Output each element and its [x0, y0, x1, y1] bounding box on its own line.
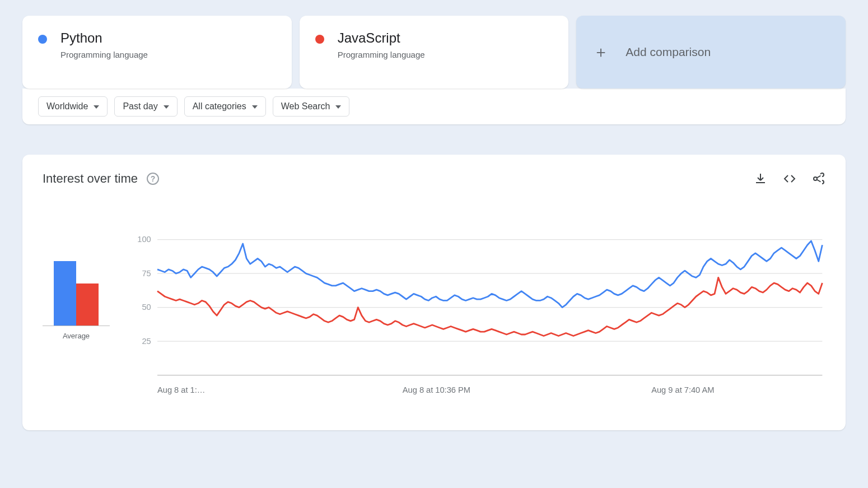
interest-over-time-panel: Interest over time ? Average	[22, 155, 846, 430]
share-button[interactable]	[812, 172, 825, 185]
comparison-subtitle: Programming language	[338, 50, 425, 59]
svg-text:Aug 8 at 1:…: Aug 8 at 1:…	[157, 385, 205, 394]
svg-text:75: 75	[142, 269, 151, 278]
chevron-down-icon	[164, 105, 169, 109]
chevron-down-icon	[252, 105, 258, 109]
embed-button[interactable]	[783, 172, 796, 185]
panel-header: Interest over time ?	[43, 171, 825, 186]
average-bar	[54, 261, 76, 326]
comparison-card[interactable]: JavaScript Programming language	[300, 16, 569, 89]
chip-label: All categories	[193, 101, 246, 111]
series-color-dot	[315, 35, 324, 44]
chip-label: Worldwide	[46, 101, 88, 111]
download-button[interactable]	[754, 172, 767, 185]
help-icon[interactable]: ?	[147, 173, 159, 185]
plus-icon: ＋	[592, 44, 612, 60]
chip-label: Web Search	[281, 101, 330, 111]
search-type-filter[interactable]: Web Search	[273, 96, 350, 117]
average-label: Average	[63, 332, 90, 340]
comparison-term: JavaScript	[338, 30, 425, 47]
chevron-down-icon	[335, 105, 341, 109]
average-column: Average	[43, 236, 110, 402]
line-chart: 255075100Aug 8 at 1:…Aug 8 at 10:36 PMAu…	[132, 236, 825, 402]
series-color-dot	[38, 35, 47, 44]
category-filter[interactable]: All categories	[184, 96, 266, 117]
share-icon	[812, 172, 825, 185]
comparison-term: Python	[60, 30, 148, 47]
average-bars	[43, 236, 110, 326]
filters-bar: Worldwide Past day All categories Web Se…	[22, 89, 846, 124]
comparison-row: Python Programming language JavaScript P…	[22, 16, 846, 89]
svg-text:50: 50	[142, 303, 151, 312]
line-chart-svg: 255075100Aug 8 at 1:…Aug 8 at 10:36 PMAu…	[132, 236, 825, 401]
average-bar	[76, 283, 99, 326]
chevron-down-icon	[94, 105, 99, 109]
add-comparison-button[interactable]: ＋ Add comparison	[576, 16, 846, 89]
add-comparison-label: Add comparison	[626, 45, 711, 59]
chart-area: Average 255075100Aug 8 at 1:…Aug 8 at 10…	[43, 236, 825, 402]
code-icon	[783, 172, 796, 185]
panel-title: Interest over time	[43, 171, 138, 186]
comparison-card[interactable]: Python Programming language	[22, 16, 292, 89]
download-icon	[754, 172, 767, 185]
svg-text:Aug 8 at 10:36 PM: Aug 8 at 10:36 PM	[403, 385, 470, 394]
svg-text:100: 100	[137, 236, 151, 244]
svg-text:25: 25	[142, 337, 151, 346]
region-filter[interactable]: Worldwide	[38, 96, 108, 117]
panel-actions	[754, 172, 825, 185]
chip-label: Past day	[123, 101, 157, 111]
comparison-subtitle: Programming language	[60, 50, 148, 59]
svg-text:Aug 9 at 7:40 AM: Aug 9 at 7:40 AM	[651, 385, 714, 394]
time-range-filter[interactable]: Past day	[114, 96, 177, 117]
